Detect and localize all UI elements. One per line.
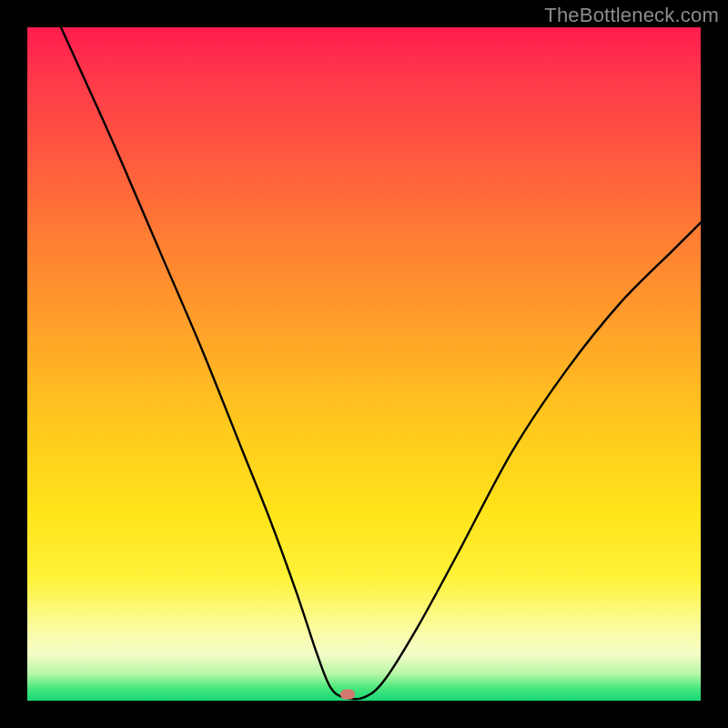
watermark-text: TheBottleneck.com [544,4,719,27]
bottleneck-curve [27,27,701,701]
optimal-marker [340,689,355,699]
chart-stage: TheBottleneck.com [0,0,728,728]
plot-area [27,27,701,701]
